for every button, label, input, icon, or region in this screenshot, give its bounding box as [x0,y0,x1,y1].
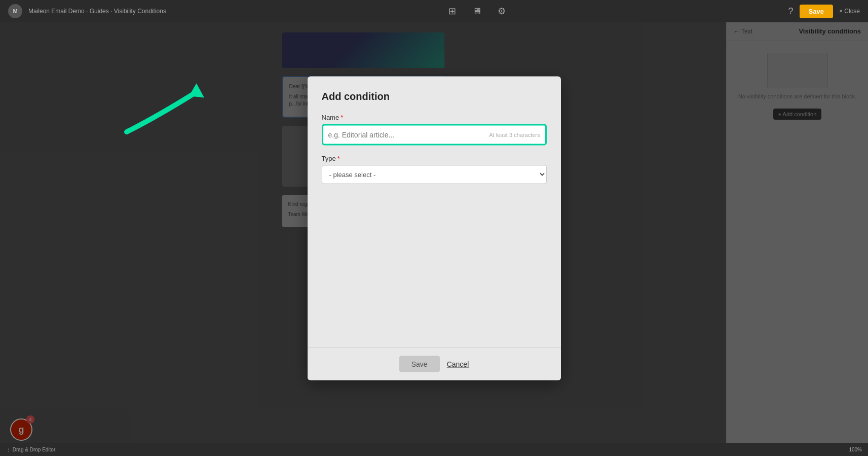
modal-footer: Save Cancel [308,347,561,380]
modal-spacer [322,193,547,335]
bottombar: ⋮ Drag & Drop Editor 100% [0,443,868,456]
editor-label: ⋮ Drag & Drop Editor [6,447,55,452]
name-input[interactable] [328,125,489,144]
name-required-star: * [341,113,343,121]
name-form-group: Name * At least 3 characters [322,113,547,145]
modal-cancel-button[interactable]: Cancel [447,360,469,368]
type-label-text: Type [322,154,336,162]
app-logo: M [8,4,22,18]
name-label: Name * [322,113,547,121]
type-label: Type * [322,154,547,162]
add-condition-modal: Add condition Name * At least 3 characte… [308,76,561,380]
topbar: M Maileon Email Demo · Guides · Visibili… [0,0,868,22]
save-button[interactable]: Save [800,5,833,18]
topbar-right: ? Save × Close [788,5,860,18]
name-input-hint: At least 3 characters [489,131,540,137]
zoom-label: 100% [849,447,862,452]
modal-body: Add condition Name * At least 3 characte… [308,76,561,347]
type-select[interactable]: - please select - Contact field List mem… [322,165,547,184]
monitor-icon[interactable]: 🖥 [472,6,481,17]
gear-icon[interactable]: ⚙ [498,6,506,17]
topbar-center-icons: ⊞ 🖥 ⚙ [172,6,782,17]
grid-icon[interactable]: ⊞ [448,6,456,17]
type-required-star: * [337,154,340,162]
modal-title: Add condition [322,90,547,102]
name-input-wrapper: At least 3 characters [322,124,547,145]
close-label[interactable]: × Close [839,8,860,15]
name-label-text: Name [322,113,339,121]
help-icon[interactable]: ? [788,6,794,17]
logo-letter: M [13,8,17,14]
type-form-group: Type * - please select - Contact field L… [322,154,547,184]
modal-save-button[interactable]: Save [399,356,440,372]
breadcrumb: Maileon Email Demo · Guides · Visibility… [28,8,166,15]
